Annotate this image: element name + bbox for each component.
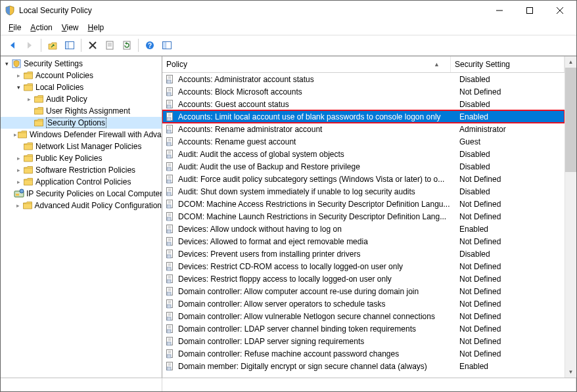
- scroll-track[interactable]: [565, 68, 576, 366]
- policy-row[interactable]: Accounts: Administrator account statusDi…: [162, 73, 565, 85]
- tree-item[interactable]: ▸Account Policies: [1, 70, 162, 81]
- tree-item[interactable]: ▸Audit Policy: [1, 93, 162, 105]
- toolbar: ?: [1, 35, 576, 56]
- folder-icon: [23, 165, 34, 175]
- toolbar-separator: [41, 39, 41, 52]
- policy-row[interactable]: DCOM: Machine Launch Restrictions in Sec…: [162, 210, 565, 223]
- policy-name: DCOM: Machine Access Restrictions in Sec…: [178, 200, 455, 209]
- delete-button[interactable]: [85, 37, 101, 53]
- folder-icon: [23, 153, 34, 163]
- tree-item[interactable]: ▸Application Control Policies: [1, 176, 162, 188]
- tree-item[interactable]: IP Security Policies on Local Computer: [1, 188, 162, 200]
- tree-item-label: Software Restriction Policies: [35, 165, 135, 175]
- scroll-up-button[interactable]: ▲: [565, 56, 576, 68]
- show-hide-tree-button[interactable]: [62, 37, 78, 53]
- column-header-policy[interactable]: Policy ▲: [162, 56, 451, 72]
- svg-rect-70: [167, 192, 171, 196]
- tree-item[interactable]: ▸Windows Defender Firewall with Advanced…: [1, 129, 162, 141]
- policy-row[interactable]: Accounts: Limit local account use of bla…: [162, 110, 565, 123]
- policy-row[interactable]: Devices: Restrict floppy access to local…: [162, 272, 565, 285]
- menu-action[interactable]: Action: [26, 22, 56, 33]
- menu-view[interactable]: View: [58, 22, 83, 33]
- tree-item-label: Account Policies: [35, 71, 93, 80]
- list-header: Policy ▲ Security Setting: [162, 56, 565, 73]
- policy-row[interactable]: Accounts: Rename administrator accountAd…: [162, 123, 565, 135]
- policy-icon: [165, 199, 175, 209]
- menubar: File Action View Help: [1, 20, 576, 35]
- svg-rect-80: [167, 217, 171, 221]
- policy-row[interactable]: DCOM: Machine Access Restrictions in Sec…: [162, 198, 565, 210]
- tree-item[interactable]: User Rights Assignment: [1, 105, 162, 117]
- help-button[interactable]: ?: [142, 37, 158, 53]
- expand-toggle-icon[interactable]: ▸: [24, 96, 34, 102]
- back-button[interactable]: [5, 37, 20, 53]
- policy-name: Domain controller: Allow server operator…: [178, 299, 455, 309]
- svg-rect-110: [167, 292, 171, 295]
- expand-toggle-icon[interactable]: ▸: [14, 72, 23, 79]
- policy-row[interactable]: Domain controller: LDAP server signing r…: [162, 335, 565, 347]
- list-pane: Policy ▲ Security Setting Accounts: Admi…: [162, 56, 576, 378]
- local-security-policy-window: Local Security Policy File Action View H…: [0, 0, 577, 392]
- column-header-setting[interactable]: Security Setting: [451, 56, 565, 72]
- policy-row[interactable]: Devices: Allow undock without having to …: [162, 223, 565, 235]
- policy-row[interactable]: Audit: Audit the use of Backup and Resto…: [162, 160, 565, 173]
- expand-toggle-icon[interactable]: ▸: [14, 179, 23, 185]
- minimize-button[interactable]: [484, 1, 515, 20]
- policy-icon: [165, 99, 175, 110]
- tree-item[interactable]: ▸Software Restriction Policies: [1, 164, 162, 176]
- scroll-thumb[interactable]: [565, 68, 576, 172]
- policy-row[interactable]: Devices: Restrict CD-ROM access to local…: [162, 260, 565, 272]
- menu-file[interactable]: File: [5, 22, 25, 33]
- menu-help[interactable]: Help: [84, 22, 108, 33]
- up-one-level-button[interactable]: [45, 37, 60, 53]
- svg-rect-25: [167, 80, 171, 83]
- folder-icon: [17, 129, 28, 140]
- expand-toggle-icon[interactable]: ▸: [14, 155, 23, 162]
- tree-item[interactable]: ▸Public Key Policies: [1, 152, 162, 164]
- refresh-button[interactable]: [119, 37, 135, 53]
- policy-row[interactable]: Domain controller: Allow vulnerable Netl…: [162, 310, 565, 322]
- policy-row[interactable]: Domain controller: LDAP server channel b…: [162, 322, 565, 335]
- tree-item[interactable]: ▾Local Policies: [1, 81, 162, 93]
- tree-root[interactable]: ▾Security Settings: [1, 58, 162, 70]
- collapse-toggle-icon[interactable]: ▾: [14, 84, 23, 91]
- policy-row[interactable]: Domain controller: Refuse machine accoun…: [162, 347, 565, 360]
- properties-button[interactable]: [102, 37, 118, 53]
- policy-row[interactable]: Audit: Audit the access of global system…: [162, 148, 565, 160]
- policy-row[interactable]: Domain controller: Allow computer accoun…: [162, 285, 565, 297]
- forward-button[interactable]: [22, 37, 37, 53]
- policy-row[interactable]: Devices: Allowed to format and eject rem…: [162, 235, 565, 248]
- policy-row[interactable]: Devices: Prevent users from installing p…: [162, 248, 565, 260]
- column-header-setting-label: Security Setting: [455, 60, 510, 69]
- tree-item[interactable]: Security Options: [1, 117, 162, 129]
- vertical-scrollbar[interactable]: ▲ ▼: [565, 56, 576, 378]
- policy-row[interactable]: Audit: Force audit policy subcategory se…: [162, 173, 565, 185]
- expand-toggle-icon[interactable]: ▸: [14, 167, 23, 173]
- scroll-down-button[interactable]: ▼: [565, 366, 576, 378]
- policy-row[interactable]: Accounts: Block Microsoft accountsNot De…: [162, 85, 565, 98]
- svg-rect-85: [167, 230, 171, 233]
- policy-icon: [165, 186, 175, 197]
- policy-setting: Not Defined: [455, 324, 565, 334]
- expand-toggle-icon[interactable]: ▸: [14, 202, 22, 209]
- policy-row[interactable]: Accounts: Guest account statusDisabled: [162, 98, 565, 110]
- policy-row[interactable]: Domain controller: Allow server operator…: [162, 297, 565, 310]
- tree-item-label: Local Policies: [35, 83, 83, 92]
- policy-row[interactable]: Accounts: Rename guest accountGuest: [162, 135, 565, 148]
- policy-setting: Not Defined: [455, 299, 565, 309]
- svg-rect-55: [167, 155, 171, 158]
- tree-pane[interactable]: ▾Security Settings▸Account Policies▾Loca…: [1, 56, 162, 378]
- policy-name: Domain member: Digitally encrypt or sign…: [178, 362, 455, 371]
- titlebar[interactable]: Local Security Policy: [1, 1, 576, 20]
- maximize-button[interactable]: [515, 1, 545, 20]
- close-button[interactable]: [545, 1, 575, 20]
- tree-item[interactable]: ▸Advanced Audit Policy Configuration: [1, 200, 162, 211]
- export-list-button[interactable]: [159, 37, 175, 53]
- tree-item[interactable]: Network List Manager Policies: [1, 141, 162, 152]
- policy-name: Domain controller: LDAP server channel b…: [178, 324, 455, 334]
- policy-row[interactable]: Domain member: Digitally encrypt or sign…: [162, 360, 565, 372]
- policy-setting: Disabled: [455, 250, 565, 259]
- policy-row[interactable]: Audit: Shut down system immediately if u…: [162, 185, 565, 198]
- list-body[interactable]: Accounts: Administrator account statusDi…: [162, 73, 565, 378]
- expand-toggle-icon[interactable]: ▾: [2, 60, 11, 67]
